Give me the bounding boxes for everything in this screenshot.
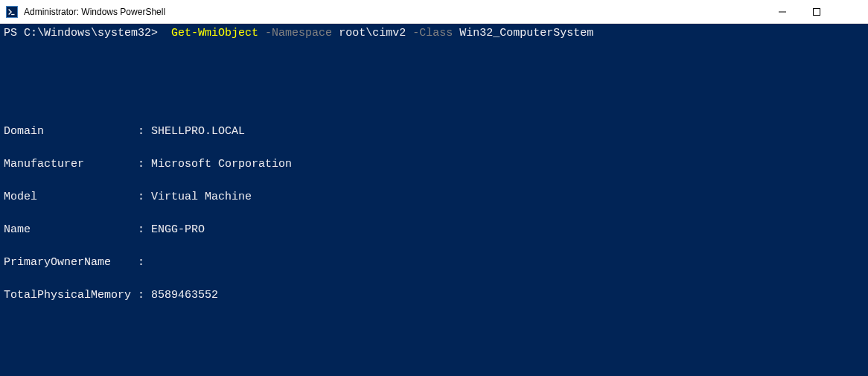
prompt: PS C:\Windows\system32> xyxy=(4,27,158,39)
val-namespace: root\cimv2 xyxy=(339,27,406,39)
title-bar: Administrator: Windows PowerShell xyxy=(0,0,868,24)
output-row: Model : Virtual Machine xyxy=(4,189,864,205)
output-row: TotalPhysicalMemory : 8589463552 xyxy=(4,287,864,304)
powershell-icon xyxy=(6,6,18,18)
cmdlet: Get-WmiObject xyxy=(171,27,258,39)
title-left: Administrator: Windows PowerShell xyxy=(6,6,165,18)
output-row: PrimaryOwnerName : xyxy=(4,255,864,271)
param-class: -Class xyxy=(412,27,453,39)
param-namespace: -Namespace xyxy=(265,27,332,39)
window-title: Administrator: Windows PowerShell xyxy=(24,7,165,17)
val-class: Win32_ComputerSystem xyxy=(459,27,593,39)
output-row: Domain : SHELLPRO.LOCAL xyxy=(4,124,864,140)
output-row: Name : ENGG-PRO xyxy=(4,222,864,238)
minimize-button[interactable] xyxy=(765,0,800,24)
window-controls xyxy=(765,0,868,24)
output-row: Manufacturer : Microsoft Corporation xyxy=(4,156,864,173)
terminal-area[interactable]: PS C:\Windows\system32> Get-WmiObject -N… xyxy=(0,24,868,376)
svg-rect-3 xyxy=(814,8,820,15)
maximize-button[interactable] xyxy=(800,0,834,24)
